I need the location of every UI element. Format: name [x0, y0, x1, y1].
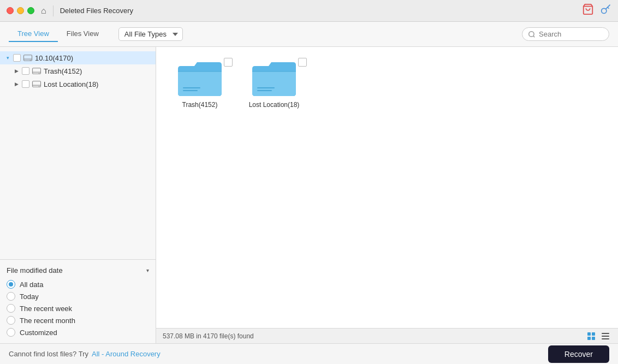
- titlebar-divider: [53, 5, 54, 16]
- bottombar-message: Cannot find lost files? Try: [9, 350, 88, 358]
- svg-line-3: [533, 35, 535, 37]
- tree-label-root: 10.10(4170): [35, 54, 73, 62]
- chevron-trash: ▶: [13, 68, 20, 74]
- radio-week[interactable]: [7, 304, 15, 313]
- hdd-icon-trash: [32, 67, 41, 75]
- tree-item-trash[interactable]: ▶ Trash(4152): [0, 64, 156, 77]
- search-icon: [528, 31, 536, 38]
- bottombar: Cannot find lost files? Try All - Around…: [0, 343, 618, 364]
- maximize-button[interactable]: [27, 7, 34, 14]
- filter-option-month[interactable]: The recent month: [7, 316, 149, 325]
- tree-label-trash: Trash(4152): [44, 67, 82, 75]
- svg-rect-21: [602, 333, 609, 334]
- file-type-select[interactable]: All File Types: [118, 27, 183, 41]
- radio-all-inner: [9, 282, 13, 287]
- tab-files-view[interactable]: Files View: [58, 26, 108, 42]
- titlebar: ⌂ Deleted Files Recovery: [0, 0, 618, 22]
- chevron-lost: ▶: [13, 81, 20, 87]
- home-icon[interactable]: ⌂: [41, 6, 46, 16]
- folder-trash-checkbox[interactable]: [224, 58, 233, 67]
- chevron-root: ▾: [4, 55, 11, 61]
- filter-option-today[interactable]: Today: [7, 292, 149, 301]
- search-box: [522, 27, 609, 41]
- search-input[interactable]: [539, 30, 599, 38]
- svg-point-1: [602, 8, 607, 13]
- svg-point-12: [39, 86, 40, 87]
- radio-month[interactable]: [7, 316, 15, 325]
- view-icons: [585, 330, 611, 342]
- folder-trash-icon: [175, 58, 224, 99]
- filter-label-today: Today: [20, 293, 39, 301]
- svg-rect-20: [592, 337, 595, 340]
- svg-point-6: [30, 60, 31, 61]
- filter-label-month: The recent month: [20, 317, 75, 325]
- filter-chevron-icon: ▾: [146, 267, 149, 273]
- toolbar: Tree View Files View All File Types: [0, 22, 618, 47]
- folder-lost[interactable]: Lost Location(18): [241, 58, 307, 109]
- recover-button[interactable]: Recover: [548, 345, 609, 363]
- tree-item-lost[interactable]: ▶ Lost Location(18): [0, 77, 156, 91]
- filter-header-label: File modified date: [7, 266, 63, 275]
- tab-tree-view[interactable]: Tree View: [9, 26, 58, 42]
- grid-view-icon[interactable]: [585, 330, 597, 342]
- sidebar: ▾ 10.10(4170) ▶ Trash(4152): [0, 47, 156, 343]
- svg-rect-17: [587, 332, 591, 336]
- svg-point-9: [39, 73, 40, 74]
- tree-label-lost: Lost Location(18): [44, 80, 98, 88]
- folder-lost-label: Lost Location(18): [249, 101, 300, 109]
- tree-item-root[interactable]: ▾ 10.10(4170): [0, 51, 156, 64]
- filter-label-week: The recent week: [20, 305, 72, 313]
- radio-customized[interactable]: [7, 328, 15, 337]
- file-grid: Trash(4152) Lost Location(18): [156, 47, 618, 328]
- filter-option-customized[interactable]: Customized: [7, 328, 149, 337]
- app-title: Deleted Files Recovery: [60, 7, 575, 15]
- list-view-icon[interactable]: [599, 330, 611, 342]
- statusbar-text: 537.08 MB in 4170 file(s) found: [163, 332, 254, 340]
- svg-rect-7: [33, 68, 41, 74]
- key-icon[interactable]: [601, 4, 611, 17]
- hdd-icon-lost: [32, 80, 41, 88]
- tree-checkbox-root[interactable]: [13, 54, 21, 62]
- svg-rect-23: [602, 338, 609, 339]
- tree-checkbox-lost[interactable]: [22, 80, 29, 88]
- filter-options: All data Today The recent week The recen…: [7, 280, 149, 337]
- filter-area: File modified date ▾ All data Today The …: [0, 259, 156, 343]
- filter-label-all: All data: [20, 281, 43, 289]
- statusbar: 537.08 MB in 4170 file(s) found: [156, 328, 618, 343]
- tabs: Tree View Files View: [9, 26, 108, 42]
- minimize-button[interactable]: [17, 7, 24, 14]
- folder-lost-checkbox[interactable]: [298, 58, 307, 67]
- titlebar-actions: [582, 3, 611, 18]
- svg-rect-4: [24, 55, 32, 61]
- around-recovery-link[interactable]: All - Around Recovery: [92, 350, 161, 358]
- filter-label-customized: Customized: [20, 329, 57, 337]
- svg-rect-18: [592, 332, 595, 336]
- radio-today[interactable]: [7, 292, 15, 301]
- cart-icon[interactable]: [582, 3, 594, 18]
- content-area: Trash(4152) Lost Location(18) 537.08 MB …: [156, 47, 618, 343]
- main-layout: ▾ 10.10(4170) ▶ Trash(4152): [0, 47, 618, 343]
- folder-lost-icon: [249, 58, 299, 99]
- svg-rect-22: [602, 336, 609, 337]
- svg-rect-19: [587, 337, 591, 340]
- filter-option-week[interactable]: The recent week: [7, 304, 149, 313]
- traffic-lights: [7, 7, 34, 14]
- radio-all[interactable]: [7, 280, 15, 289]
- hdd-icon-root: [23, 53, 33, 62]
- tree-checkbox-trash[interactable]: [22, 67, 29, 75]
- tree-area: ▾ 10.10(4170) ▶ Trash(4152): [0, 47, 156, 259]
- svg-point-2: [529, 31, 534, 36]
- filter-option-all[interactable]: All data: [7, 280, 149, 289]
- folder-trash-label: Trash(4152): [182, 101, 218, 109]
- filter-header[interactable]: File modified date ▾: [7, 264, 149, 277]
- svg-rect-10: [33, 81, 41, 87]
- folder-trash[interactable]: Trash(4152): [167, 58, 233, 109]
- close-button[interactable]: [7, 7, 14, 14]
